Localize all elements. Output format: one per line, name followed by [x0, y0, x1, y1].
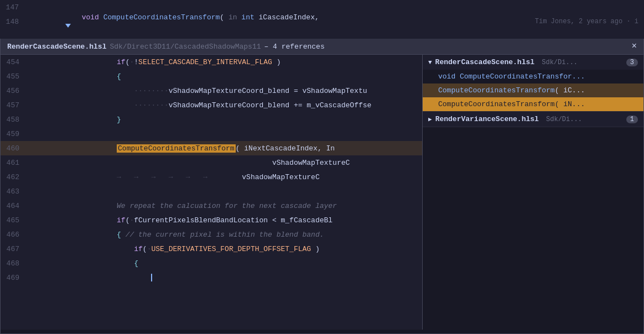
ref-item-text-0-1: ComputeCoordinatesTransform( iC... — [438, 86, 585, 95]
ref-group-0: ▼ RenderCascadeScene.hlsl Sdk/Di... 3 vo… — [423, 55, 643, 112]
ln-456: 456 — [1, 87, 28, 95]
ln-457: 457 — [1, 101, 28, 109]
lc-469 — [28, 265, 422, 290]
ln-468: 468 — [1, 259, 28, 268]
ref-filepath-0: Sdk/Di... — [538, 59, 578, 66]
popup-line-469: 469 — [1, 270, 422, 285]
ln-463: 463 — [1, 187, 28, 196]
expand-arrow-0: ▼ — [428, 59, 432, 66]
ln-469: 469 — [1, 274, 28, 282]
popup-line-458: 458 } — [1, 112, 422, 127]
expand-arrow-1: ▶ — [428, 116, 432, 123]
caret-indicator — [65, 24, 71, 28]
ref-item-0-1[interactable]: ComputeCoordinatesTransform( iC... — [423, 84, 643, 97]
line-num-147: 147 — [0, 3, 28, 12]
close-button[interactable]: × — [631, 42, 637, 51]
ln-462: 462 — [1, 173, 28, 181]
ref-filename-1: RenderVarianceScene.hlsl — [435, 115, 539, 123]
ln-455: 455 — [1, 72, 28, 81]
ln-458: 458 — [1, 116, 28, 124]
ref-filepath-1: Sdk/Di... — [542, 116, 582, 123]
ref-filename-0: RenderCascadeScene.hlsl — [435, 58, 534, 66]
ln-467: 467 — [1, 245, 28, 253]
references-popup: RenderCascadeScene.hlsl Sdk/Direct3D11/C… — [0, 39, 644, 334]
popup-file-path: Sdk/Direct3D11/CascadedShadowMaps11 — [110, 43, 261, 51]
popup-line-462: 462 → → → → → → vShadowMapTextureC — [1, 170, 422, 184]
lines-above: 147 148 void ComputeCoordinatesTransform… — [0, 0, 644, 29]
popup-file-title: RenderCascadeScene.hlsl — [7, 43, 106, 51]
ln-461: 461 — [1, 159, 28, 167]
ref-count-1: 1 — [626, 116, 638, 123]
ref-item-text-0-0: void ComputeCoordinatesTransfor... — [438, 72, 585, 81]
code-line-148: 148 void ComputeCoordinatesTransform( in… — [0, 14, 644, 29]
ln-454: 454 — [1, 58, 28, 66]
ln-460: 460 — [1, 144, 28, 153]
editor-container: 147 148 void ComputeCoordinatesTransform… — [0, 0, 644, 334]
ln-465: 465 — [1, 216, 28, 225]
popup-code-area: 454 if(·!SELECT_CASCADE_BY_INTERVAL_FLAG… — [1, 55, 422, 285]
references-pane: ▼ RenderCascadeScene.hlsl Sdk/Di... 3 vo… — [422, 55, 643, 330]
popup-ref-count: – 4 references — [264, 43, 324, 51]
ref-items-0: void ComputeCoordinatesTransfor... Compu… — [423, 70, 643, 111]
line-num-148: 148 — [0, 18, 28, 26]
code-pane: 454 if(·!SELECT_CASCADE_BY_INTERVAL_FLAG… — [1, 55, 422, 330]
ref-item-text-0-2: ComputeCoordinatesTransform( iN... — [438, 100, 585, 108]
ln-466: 466 — [1, 231, 28, 239]
ref-item-0-2[interactable]: ComputeCoordinatesTransform( iN... — [423, 97, 643, 111]
line-content-148: void ComputeCoordinatesTransform( in int… — [28, 5, 535, 38]
popup-body: 454 if(·!SELECT_CASCADE_BY_INTERVAL_FLAG… — [1, 55, 643, 330]
ref-item-0-0[interactable]: void ComputeCoordinatesTransfor... — [423, 70, 643, 84]
ref-group-header-0[interactable]: ▼ RenderCascadeScene.hlsl Sdk/Di... 3 — [423, 55, 643, 70]
ln-459: 459 — [1, 130, 28, 138]
popup-header: RenderCascadeScene.hlsl Sdk/Direct3D11/C… — [1, 39, 643, 55]
ln-464: 464 — [1, 202, 28, 210]
blame-text: Tim Jones, 2 years ago · i — [535, 18, 644, 25]
ref-group-1: ▶ RenderVarianceScene.hlsl Sdk/Di... 1 — [423, 112, 643, 127]
ref-group-header-1[interactable]: ▶ RenderVarianceScene.hlsl Sdk/Di... 1 — [423, 112, 643, 127]
ref-count-0: 3 — [626, 59, 638, 66]
popup-overlay: RenderCascadeScene.hlsl Sdk/Direct3D11/C… — [0, 39, 644, 334]
